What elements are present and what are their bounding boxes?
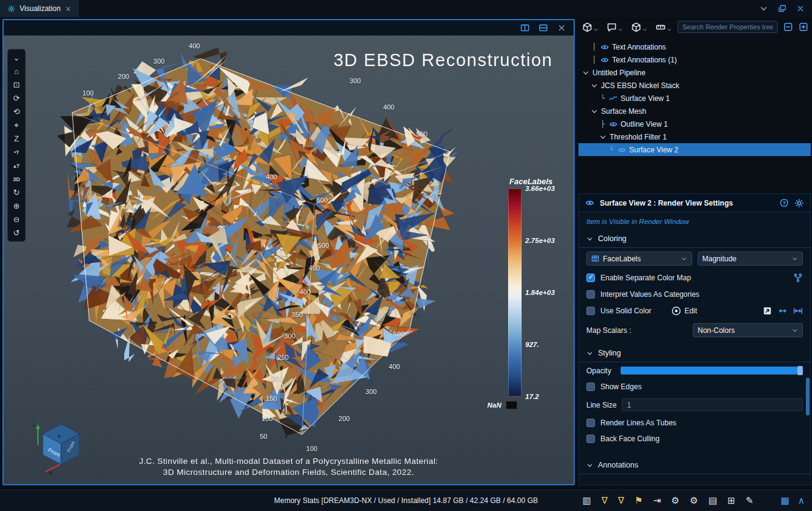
enable-separate-colormap-checkbox[interactable] (586, 274, 595, 282)
line-size-input[interactable] (622, 398, 803, 411)
zoom-axis-icon[interactable]: Z (9, 132, 24, 145)
eye-icon[interactable] (618, 146, 626, 154)
chevron-down-icon[interactable] (591, 108, 598, 115)
pin-view-icon[interactable]: ⊡ (9, 78, 24, 91)
tree-item-surface-view-2[interactable]: └Surface View 2 (578, 143, 811, 156)
chevron-down-icon[interactable] (599, 133, 607, 141)
sign-out-icon[interactable]: ⇥ (653, 496, 661, 505)
ebsd-3d-render[interactable] (4, 35, 574, 483)
float-window-icon[interactable] (778, 4, 786, 13)
opacity-slider-handle[interactable] (797, 366, 803, 375)
status-bar-tools: ▥∇∇⚑⇥⚙⚙▤⊞✎ (582, 496, 753, 505)
filter-list-icon[interactable]: ∇ (618, 496, 624, 505)
tree-guide: └ (599, 94, 606, 102)
rescale-custom-range-button[interactable] (793, 306, 803, 316)
tab-visualization[interactable]: Visualization (0, 0, 79, 17)
chart-panel-icon[interactable]: ▤ (709, 496, 717, 505)
opacity-slider[interactable] (621, 366, 803, 375)
close-window-icon[interactable] (796, 4, 805, 13)
camera-options-button[interactable] (582, 22, 599, 32)
tree-item-text-annotations[interactable]: │Text Annotations (578, 40, 811, 53)
choose-preset-button[interactable] (762, 306, 772, 316)
color-array-selector[interactable]: FaceLabels (586, 252, 692, 266)
tree-item-jcs-ebsd-nickel-stack[interactable]: JCS EBSD Nickel Stack (578, 79, 811, 92)
collapse-statusbar-icon[interactable]: ∧ (798, 496, 805, 505)
chevron-down-icon[interactable] (591, 82, 598, 89)
orientation-cube[interactable]: Front Front Z Y X (31, 419, 92, 476)
render-viewport[interactable]: 4003002001003004005004005005004504003503… (4, 35, 574, 484)
tree-item-label: Text Annotations (612, 43, 666, 51)
nan-label: NaN (487, 401, 501, 409)
zoom-out-icon[interactable]: ⊖ (9, 213, 24, 226)
rotate-view-cw-icon[interactable]: ↻ (9, 186, 24, 199)
eye-icon[interactable] (600, 56, 609, 64)
collapse-all-button[interactable] (783, 22, 793, 32)
close-view-icon[interactable] (557, 23, 566, 32)
tab-close-icon[interactable] (65, 6, 72, 12)
query-point-icon[interactable]: •? (9, 146, 24, 159)
show-edges-label: Show Edges (600, 382, 641, 391)
tabbar-chevron-down-icon[interactable] (759, 4, 768, 13)
tree-item-label: JCS EBSD Nickel Stack (601, 81, 679, 90)
collapse-toolbar-icon[interactable]: ⌄ (9, 51, 24, 64)
chevron-down-icon (642, 27, 648, 32)
split-horizontal-icon[interactable] (520, 23, 530, 32)
axes-origin-icon[interactable]: ⌖ (9, 119, 24, 132)
rescale-data-range-button[interactable] (778, 306, 788, 316)
axis-tick-label: 250 (278, 354, 289, 361)
coloring-section-header[interactable]: Coloring (579, 226, 810, 248)
expand-all-button[interactable] (799, 22, 808, 32)
tree-item-outline-view-1[interactable]: ├Outline View 1 (578, 117, 811, 130)
rotate-cw-icon[interactable]: ⟳ (9, 92, 24, 105)
tree-item-surface-mesh[interactable]: Surface Mesh (578, 105, 811, 117)
interpret-categories-checkbox[interactable] (586, 290, 595, 299)
geometry-options-button[interactable] (631, 22, 648, 32)
filter-edit-icon[interactable]: ∇ (602, 496, 608, 505)
rotate-ccw-icon[interactable]: ⟲ (9, 105, 24, 118)
map-scalars-selector[interactable]: Non-Colors (693, 323, 803, 337)
form-edit-icon[interactable]: ✎ (745, 496, 753, 505)
component-selector[interactable]: Magnitude (698, 252, 803, 266)
chevron-down-icon[interactable] (582, 69, 589, 76)
help-button[interactable]: ? (780, 198, 789, 207)
zoom-in-icon[interactable]: ⊕ (9, 200, 24, 212)
tree-item-untitled-pipeline[interactable]: Untitled Pipeline (578, 66, 811, 79)
settings-gear-button[interactable] (794, 198, 804, 208)
styling-section-header[interactable]: Styling (579, 341, 810, 362)
wave-icon[interactable] (609, 94, 618, 103)
reset-rotation-icon[interactable]: ↺ (9, 226, 24, 239)
settings-gear-icon[interactable]: ⚙ (690, 496, 698, 505)
use-solid-color-checkbox[interactable] (586, 307, 595, 315)
tab-bar: Visualization (0, 0, 812, 17)
props-scrollbar[interactable] (806, 378, 810, 451)
debug-gear-icon[interactable]: ⚙ (671, 496, 679, 505)
status-bar: Memory Stats [DREAM3D-NX / Used / Instal… (0, 490, 812, 511)
tree-item-text-annotations-1-[interactable]: │Text Annotations (1) (578, 53, 811, 66)
colorbar-gradient (508, 188, 522, 397)
show-edges-checkbox[interactable] (586, 382, 595, 391)
chevron-down-icon (586, 236, 593, 242)
edit-colormap-button[interactable] (793, 273, 803, 283)
table-add-icon[interactable]: ⊞ (728, 496, 736, 505)
visibility-eye-icon[interactable] (585, 198, 594, 207)
render-tubes-checkbox[interactable] (586, 419, 595, 427)
eye-icon[interactable] (600, 43, 609, 51)
chevron-down-icon (593, 27, 599, 32)
flag-all-icon[interactable]: ⚑ (635, 496, 643, 505)
query-cell-icon[interactable]: ▴? (9, 159, 24, 172)
split-vertical-icon[interactable] (539, 23, 548, 32)
annotations-section-header[interactable]: Annotations (579, 453, 810, 474)
edit-color-button[interactable]: Edit (671, 306, 697, 316)
tree-item-threshold-filter-1[interactable]: Threshold Filter 1 (578, 130, 811, 143)
toggle-3d-2d-icon[interactable]: 3D (9, 173, 24, 185)
annotation-options-button[interactable] (607, 22, 623, 32)
console-columns-icon[interactable]: ▥ (582, 496, 591, 505)
tree-item-surface-view-1[interactable]: └Surface View 1 (578, 92, 811, 105)
reset-camera-icon[interactable]: ⌂ (9, 65, 24, 78)
apps-grid-icon[interactable]: ▦ (781, 496, 789, 505)
eye-icon[interactable] (609, 120, 618, 129)
search-input[interactable] (677, 21, 778, 33)
measurement-options-button[interactable] (655, 22, 672, 32)
colorbar-nan: NaN (487, 401, 517, 409)
backface-culling-checkbox[interactable] (586, 435, 595, 443)
